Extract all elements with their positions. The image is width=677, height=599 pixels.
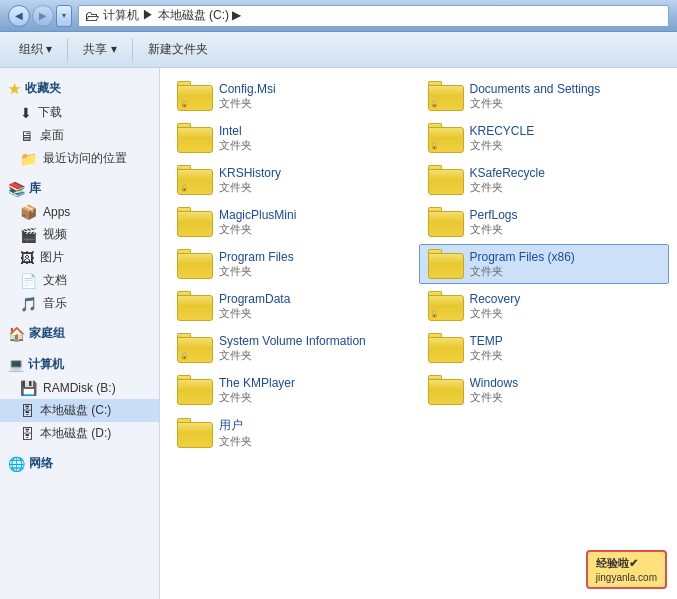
- video-icon: 🎬: [20, 227, 37, 243]
- lock-icon: 🔒: [428, 97, 442, 111]
- music-icon: 🎵: [20, 296, 37, 312]
- favorites-header: ★ 收藏夹: [0, 76, 159, 101]
- recent-button[interactable]: ▾: [56, 5, 72, 27]
- homegroup-icon: 🏠: [8, 326, 25, 342]
- file-type: 文件夹: [219, 180, 410, 195]
- sidebar-item-documents[interactable]: 📄 文档: [0, 269, 159, 292]
- file-name: Windows: [470, 376, 661, 390]
- share-button[interactable]: 共享 ▾: [72, 36, 127, 64]
- file-type: 文件夹: [219, 306, 410, 321]
- sidebar-item-ddrive-label: 本地磁盘 (D:): [40, 425, 111, 442]
- folder-image: [428, 333, 464, 363]
- sidebar-item-ramdisk[interactable]: 💾 RAMDisk (B:): [0, 377, 159, 399]
- folder-image: 🔒: [428, 123, 464, 153]
- computer-label: 计算机: [28, 356, 64, 373]
- file-item[interactable]: 🔒KRECYCLE文件夹: [419, 118, 670, 158]
- sidebar-item-apps[interactable]: 📦 Apps: [0, 201, 159, 223]
- folder-image: 🔒: [428, 81, 464, 111]
- file-info: KRSHistory文件夹: [219, 166, 410, 195]
- cdrive-icon: 🗄: [20, 403, 34, 419]
- ramdisk-icon: 💾: [20, 380, 37, 396]
- computer-header: 💻 计算机: [0, 352, 159, 377]
- sidebar-item-cdrive[interactable]: 🗄 本地磁盘 (C:): [0, 399, 159, 422]
- file-item[interactable]: TEMP文件夹: [419, 328, 670, 368]
- file-item[interactable]: 🔒Documents and Settings文件夹: [419, 76, 670, 116]
- file-name: Config.Msi: [219, 82, 410, 96]
- file-name: KSafeRecycle: [470, 166, 661, 180]
- apps-icon: 📦: [20, 204, 37, 220]
- file-item[interactable]: 用户文件夹: [168, 412, 419, 454]
- sidebar-item-pictures-label: 图片: [40, 249, 64, 266]
- address-bar[interactable]: 🗁 计算机 ▶ 本地磁盘 (C:) ▶: [78, 5, 669, 27]
- file-info: PerfLogs文件夹: [470, 208, 661, 237]
- folder-image: 🔒: [177, 165, 213, 195]
- sidebar-item-videos-label: 视频: [43, 226, 67, 243]
- file-info: KRECYCLE文件夹: [470, 124, 661, 153]
- file-type: 文件夹: [470, 222, 661, 237]
- file-info: Program Files文件夹: [219, 250, 410, 279]
- forward-button[interactable]: ▶: [32, 5, 54, 27]
- ddrive-icon: 🗄: [20, 426, 34, 442]
- sidebar-item-pictures[interactable]: 🖼 图片: [0, 246, 159, 269]
- file-type: 文件夹: [470, 390, 661, 405]
- network-icon: 🌐: [8, 456, 25, 472]
- file-item[interactable]: KSafeRecycle文件夹: [419, 160, 670, 200]
- file-type: 文件夹: [470, 138, 661, 153]
- file-type: 文件夹: [219, 96, 410, 111]
- lock-icon: 🔒: [428, 307, 442, 321]
- folder-image: [428, 249, 464, 279]
- file-item[interactable]: 🔒System Volume Information文件夹: [168, 328, 419, 368]
- computer-section: 💻 计算机 💾 RAMDisk (B:) 🗄 本地磁盘 (C:) 🗄 本地磁盘 …: [0, 352, 159, 445]
- sidebar-item-ddrive[interactable]: 🗄 本地磁盘 (D:): [0, 422, 159, 445]
- sidebar-item-apps-label: Apps: [43, 205, 70, 219]
- file-item[interactable]: 🔒KRSHistory文件夹: [168, 160, 419, 200]
- lock-icon: 🔒: [177, 181, 191, 195]
- homegroup-label: 家庭组: [29, 325, 65, 342]
- sidebar-item-download-label: 下载: [38, 104, 62, 121]
- sidebar-item-download[interactable]: ⬇ 下载: [0, 101, 159, 124]
- file-type: 文件夹: [219, 264, 410, 279]
- file-type: 文件夹: [219, 434, 410, 449]
- file-info: KSafeRecycle文件夹: [470, 166, 661, 195]
- back-button[interactable]: ◀: [8, 5, 30, 27]
- folder-image: [177, 418, 213, 448]
- folder-image: [177, 207, 213, 237]
- watermark-domain: jingyanla.com: [596, 572, 657, 583]
- sidebar-item-videos[interactable]: 🎬 视频: [0, 223, 159, 246]
- sidebar-item-desktop[interactable]: 🖥 桌面: [0, 124, 159, 147]
- file-item[interactable]: Program Files (x86)文件夹: [419, 244, 670, 284]
- sidebar-item-recent-label: 最近访问的位置: [43, 150, 127, 167]
- file-item[interactable]: MagicPlusMini文件夹: [168, 202, 419, 242]
- folder-image: [428, 207, 464, 237]
- file-name: Documents and Settings: [470, 82, 661, 96]
- file-item[interactable]: Windows文件夹: [419, 370, 670, 410]
- folder-image: 🔒: [428, 291, 464, 321]
- folder-image: 🔒: [177, 333, 213, 363]
- file-type: 文件夹: [219, 138, 410, 153]
- sidebar-item-recent[interactable]: 📁 最近访问的位置: [0, 147, 159, 170]
- lock-icon: 🔒: [428, 139, 442, 153]
- file-item[interactable]: 🔒Config.Msi文件夹: [168, 76, 419, 116]
- sidebar-item-music[interactable]: 🎵 音乐: [0, 292, 159, 315]
- file-name: System Volume Information: [219, 334, 410, 348]
- file-item[interactable]: ProgramData文件夹: [168, 286, 419, 326]
- lock-icon: 🔒: [177, 349, 191, 363]
- content-area: 🔒Config.Msi文件夹🔒Documents and Settings文件夹…: [160, 68, 677, 599]
- recent-places-icon: 📁: [20, 151, 37, 167]
- file-info: Windows文件夹: [470, 376, 661, 405]
- favorites-section: ★ 收藏夹 ⬇ 下载 🖥 桌面 📁 最近访问的位置: [0, 76, 159, 170]
- file-item[interactable]: The KMPlayer文件夹: [168, 370, 419, 410]
- lock-icon: 🔒: [177, 97, 191, 111]
- file-item[interactable]: Program Files文件夹: [168, 244, 419, 284]
- file-info: ProgramData文件夹: [219, 292, 410, 321]
- new-folder-button[interactable]: 新建文件夹: [137, 36, 219, 64]
- file-name: Recovery: [470, 292, 661, 306]
- file-item[interactable]: PerfLogs文件夹: [419, 202, 670, 242]
- organize-button[interactable]: 组织 ▾: [8, 36, 63, 64]
- toolbar-divider-1: [67, 38, 68, 62]
- file-info: Documents and Settings文件夹: [470, 82, 661, 111]
- sidebar-item-music-label: 音乐: [43, 295, 67, 312]
- folder-image: [177, 291, 213, 321]
- file-item[interactable]: Intel文件夹: [168, 118, 419, 158]
- file-item[interactable]: 🔒Recovery文件夹: [419, 286, 670, 326]
